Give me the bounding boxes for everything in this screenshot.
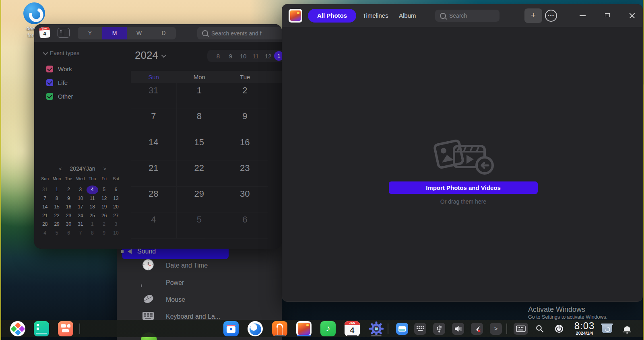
mini-day-cell[interactable]: 13 — [110, 194, 122, 203]
mini-day-cell[interactable]: 29 — [51, 220, 62, 229]
calendar-day-cell[interactable]: 4 — [131, 212, 177, 238]
add-button[interactable]: + — [524, 8, 542, 23]
checkbox-icon[interactable] — [46, 66, 53, 72]
event-types-section[interactable]: Event types — [43, 50, 79, 56]
mini-day-cell[interactable]: 3 — [74, 185, 86, 194]
mini-day-cell[interactable]: 31 — [74, 220, 86, 229]
maximize-button[interactable] — [599, 4, 615, 27]
calendar-day-cell[interactable]: 28 — [131, 187, 177, 212]
month-number[interactable]: 8 — [214, 53, 223, 60]
taskbar-clock[interactable]: 8:03 2024/1/4 — [571, 321, 598, 336]
mini-day-cell[interactable]: 4 — [87, 185, 98, 194]
mini-day-cell[interactable]: 16 — [63, 203, 74, 212]
view-day-button[interactable]: D — [151, 27, 176, 39]
mini-day-cell[interactable]: 20 — [110, 203, 122, 212]
calendar-day-cell[interactable]: 21 — [131, 161, 177, 187]
calendar-day-cell[interactable]: 15 — [177, 135, 223, 161]
calendar-day-cell[interactable]: 23 — [222, 161, 268, 187]
year-dropdown[interactable]: 2024 — [135, 49, 165, 62]
trash-tray-icon[interactable] — [601, 323, 613, 335]
calendar-dock-icon[interactable]: JAN 4 — [345, 321, 360, 336]
mini-day-cell[interactable]: 2 — [98, 220, 110, 229]
month-number[interactable]: 9 — [226, 53, 235, 60]
notification-bell-icon[interactable] — [621, 323, 633, 335]
tray-expand-chevron-icon[interactable]: > — [490, 323, 502, 335]
volume-tray-icon[interactable] — [452, 323, 464, 335]
shutdown-tray-icon[interactable] — [553, 323, 565, 335]
show-desktop-icon[interactable] — [58, 321, 73, 336]
mini-day-cell[interactable]: 9 — [98, 229, 110, 238]
settings-item-mouse[interactable]: Mouse — [117, 292, 282, 308]
music-icon[interactable]: ♪ — [320, 321, 336, 336]
mini-day-cell[interactable]: 1 — [87, 220, 98, 229]
view-year-button[interactable]: Y — [78, 27, 102, 39]
mini-day-cell[interactable]: 14 — [39, 203, 51, 212]
tab-all-photos[interactable]: All Photos — [308, 9, 356, 23]
mini-day-cell[interactable]: 26 — [98, 212, 110, 220]
onscreen-keyboard-icon[interactable] — [514, 323, 528, 335]
photos-dock-icon[interactable] — [296, 321, 312, 336]
mini-day-cell[interactable]: 21 — [39, 212, 51, 220]
photos-search-input[interactable]: Search — [435, 10, 500, 22]
calendar-day-cell[interactable]: 1 — [177, 83, 223, 109]
multitasking-view-icon[interactable] — [34, 321, 49, 336]
calendar-day-cell[interactable]: 16 — [222, 135, 268, 161]
calendar-titlebar[interactable]: JAN 4 Y M W D Search events and f — [34, 24, 282, 42]
control-center-icon[interactable] — [369, 321, 384, 336]
calendar-day-cell[interactable]: 9 — [222, 109, 268, 135]
mini-day-cell[interactable]: 23 — [63, 212, 74, 220]
calendar-day-cell[interactable]: 22 — [177, 161, 223, 187]
mini-day-cell[interactable]: 17 — [74, 203, 86, 212]
checkbox-icon[interactable] — [46, 79, 53, 86]
calendar-day-cell[interactable]: 5 — [177, 212, 223, 238]
launcher-icon[interactable] — [10, 321, 25, 336]
mini-day-cell[interactable]: 1 — [51, 185, 62, 194]
mini-day-cell[interactable]: 5 — [98, 185, 110, 194]
keyboard-tray-icon[interactable] — [414, 323, 426, 335]
calendar-day-cell[interactable]: 7 — [131, 109, 177, 135]
mini-day-cell[interactable]: 22 — [51, 212, 62, 220]
mini-day-cell[interactable]: 18 — [87, 203, 98, 212]
mini-day-cell[interactable]: 15 — [51, 203, 62, 212]
mini-day-cell[interactable]: 9 — [63, 194, 74, 203]
month-number[interactable]: 12 — [264, 53, 272, 60]
sidebar-toggle-icon[interactable] — [58, 28, 70, 38]
view-month-button[interactable]: M — [102, 27, 127, 39]
month-number[interactable]: 10 — [239, 53, 248, 60]
screen-capture-tray-icon[interactable] — [396, 323, 408, 335]
mini-day-cell[interactable]: 8 — [87, 229, 98, 238]
calendar-day-cell[interactable]: 29 — [177, 187, 223, 212]
mini-day-cell[interactable]: 28 — [39, 220, 51, 229]
file-manager-icon[interactable] — [223, 321, 239, 336]
calendar-day-cell[interactable]: 14 — [131, 135, 177, 161]
mini-day-cell[interactable]: 5 — [51, 229, 62, 238]
calendar-day-cell[interactable]: 2 — [222, 83, 268, 109]
event-type-item[interactable]: Work — [46, 62, 127, 76]
app-store-icon[interactable] — [272, 321, 287, 336]
mini-day-cell[interactable]: 12 — [98, 194, 110, 203]
calendar-search-input[interactable]: Search events and f — [197, 27, 282, 39]
calendar-day-cell[interactable]: 6 — [222, 212, 268, 238]
mini-day-cell[interactable]: 3 — [110, 220, 122, 229]
settings-item-date-time[interactable]: Date and Time — [117, 258, 282, 274]
prev-month-button[interactable]: < — [59, 166, 62, 172]
calendar-day-cell[interactable]: 30 — [222, 187, 268, 212]
mini-day-cell[interactable]: 11 — [87, 194, 98, 203]
checkbox-icon[interactable] — [46, 93, 53, 100]
search-tray-icon[interactable] — [534, 323, 546, 335]
mini-day-cell[interactable]: 8 — [51, 194, 62, 203]
mini-day-cell[interactable]: 7 — [74, 229, 86, 238]
view-week-button[interactable]: W — [127, 27, 151, 39]
tab-album[interactable]: Album — [399, 4, 416, 27]
network-tray-icon[interactable] — [471, 323, 483, 335]
browser-icon[interactable] — [248, 321, 263, 336]
active-month-pill[interactable]: 1 — [274, 51, 282, 61]
mini-day-cell[interactable]: 30 — [63, 220, 74, 229]
photos-titlebar[interactable]: All Photos Timelines Album Search + ●●● — [282, 4, 642, 27]
mini-day-cell[interactable]: 4 — [39, 229, 51, 238]
mini-day-cell[interactable]: 6 — [110, 185, 122, 194]
next-month-button[interactable]: > — [103, 166, 107, 172]
mini-day-cell[interactable]: 10 — [74, 194, 86, 203]
calendar-day-cell[interactable]: 8 — [177, 109, 223, 135]
menu-ellipsis-button[interactable]: ●●● — [545, 10, 557, 22]
